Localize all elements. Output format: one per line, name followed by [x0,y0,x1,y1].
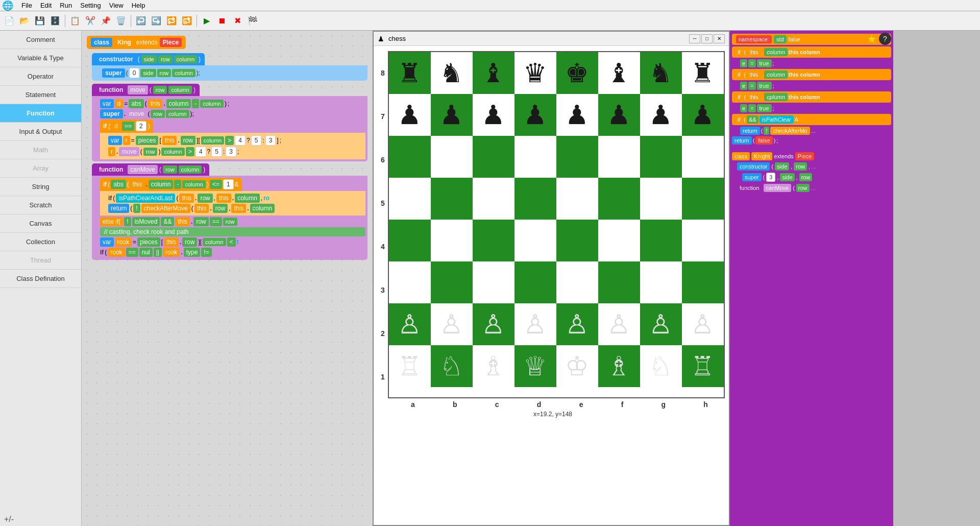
sidebar-item-function[interactable]: Function [0,104,81,123]
cell-7c[interactable]: ♟ [473,94,514,136]
sidebar-item-collection[interactable]: Collection [0,233,81,251]
sidebar-item-string[interactable]: String [0,178,81,196]
cell-7g[interactable]: ♟ [640,94,682,136]
menu-edit[interactable]: Edit [36,1,56,10]
cell-1b[interactable]: ♘ [431,345,473,387]
cell-8h[interactable]: ♜ [682,52,724,94]
cell-8g[interactable]: ♞ [640,52,682,94]
cell-6f[interactable] [598,136,640,178]
menu-file[interactable]: File [17,1,36,10]
cell-4a[interactable] [389,220,431,261]
close-button[interactable]: ✖ [230,14,244,28]
menu-view[interactable]: View [105,1,128,10]
cell-7a[interactable]: ♟ [389,94,431,136]
cell-1a[interactable]: ♖ [389,345,431,387]
sidebar-item-scratch[interactable]: Scratch [0,196,81,214]
cell-2f[interactable]: ♙ [598,303,640,345]
sidebar-item-comment[interactable]: Comment [0,31,81,49]
sidebar-item-class-defination[interactable]: Class Defination [0,270,81,288]
zoom-button[interactable]: +/- [0,513,81,526]
cell-2e[interactable]: ♙ [556,303,598,345]
paste-button[interactable]: 📌 [99,14,113,28]
sidebar-item-thread[interactable]: Thread [0,251,81,270]
chess-minimize-button[interactable]: ─ [689,34,700,43]
cell-4h[interactable] [682,220,724,261]
cell-5g[interactable] [640,178,682,220]
sidebar-item-variable-type[interactable]: Variable & Type [0,49,81,67]
cell-3f[interactable] [598,261,640,303]
cut-button[interactable]: ✂️ [83,14,97,28]
redo-camera-button[interactable]: 🔂 [180,14,194,28]
open-button[interactable]: 📂 [17,14,32,28]
cell-4e[interactable] [556,220,598,261]
cell-6a[interactable] [389,136,431,178]
code-canvas[interactable]: class King extends Piece constructor ( s… [82,31,373,526]
undo-button[interactable]: ↩️ [134,14,148,28]
cell-4f[interactable] [598,220,640,261]
help-icon[interactable]: ? [879,33,891,45]
sidebar-item-operator[interactable]: Operator [0,67,81,86]
copy-button[interactable]: 📋 [68,14,82,28]
cell-6d[interactable] [514,136,556,178]
save-cloud-button[interactable]: 🗄️ [48,14,62,28]
cell-2h[interactable]: ♙ [682,303,724,345]
chess-maximize-button[interactable]: □ [701,34,713,43]
cell-4b[interactable] [431,220,473,261]
cell-3e[interactable] [556,261,598,303]
cell-3d[interactable] [514,261,556,303]
cell-5a[interactable] [389,178,431,220]
cell-2c[interactable]: ♙ [473,303,514,345]
cell-8b[interactable]: ♞ [431,52,473,94]
cell-5c[interactable] [473,178,514,220]
cell-3a[interactable] [389,261,431,303]
cell-8d[interactable]: ♛ [514,52,556,94]
sidebar-item-array[interactable]: Array [0,159,81,178]
cell-7f[interactable]: ♟ [598,94,640,136]
cell-4g[interactable] [640,220,682,261]
run-button[interactable]: ▶ [200,14,214,28]
sidebar-item-input-output[interactable]: Input & Output [0,123,81,141]
cell-8c[interactable]: ♝ [473,52,514,94]
cell-1g[interactable]: ♘ [640,345,682,387]
cell-2g[interactable]: ♙ [640,303,682,345]
save-button[interactable]: 💾 [33,14,47,28]
cell-7b[interactable]: ♟ [431,94,473,136]
cell-6g[interactable] [640,136,682,178]
cell-4c[interactable] [473,220,514,261]
cell-1c[interactable]: ♗ [473,345,514,387]
menu-run[interactable]: Run [56,1,76,10]
sidebar-item-canvas[interactable]: Canvas [0,214,81,233]
cell-2d[interactable]: ♙ [514,303,556,345]
chess-close-button[interactable]: ✕ [714,34,725,43]
cell-1h[interactable]: ♖ [682,345,724,387]
star-icon[interactable]: ★ [867,33,877,46]
cell-7d[interactable]: ♟ [514,94,556,136]
cell-8e[interactable]: ♚ [556,52,598,94]
cell-5b[interactable] [431,178,473,220]
delete-button[interactable]: 🗑️ [114,14,128,28]
cell-6c[interactable] [473,136,514,178]
sidebar-item-statement[interactable]: Statement [0,86,81,104]
cell-4d[interactable] [514,220,556,261]
stop-button[interactable]: ⏹ [215,14,229,28]
cell-3h[interactable] [682,261,724,303]
cell-6b[interactable] [431,136,473,178]
redo-button[interactable]: 🔁 [164,14,179,28]
cell-3c[interactable] [473,261,514,303]
cell-5f[interactable] [598,178,640,220]
menu-help[interactable]: Help [128,1,150,10]
flag-button[interactable]: 🏁 [246,14,260,28]
cell-8f[interactable]: ♝ [598,52,640,94]
cell-7h[interactable]: ♟ [682,94,724,136]
cell-3g[interactable] [640,261,682,303]
cell-8a[interactable]: ♜ [389,52,431,94]
cell-3b[interactable] [431,261,473,303]
new-button[interactable]: 📄 [2,14,16,28]
sidebar-item-math[interactable]: Math [0,141,81,159]
cell-1e[interactable]: ♔ [556,345,598,387]
cell-1d[interactable]: ♕ [514,345,556,387]
cell-7e[interactable]: ♟ [556,94,598,136]
cell-1f[interactable]: ♗ [598,345,640,387]
cell-6e[interactable] [556,136,598,178]
cell-2b[interactable]: ♙ [431,303,473,345]
